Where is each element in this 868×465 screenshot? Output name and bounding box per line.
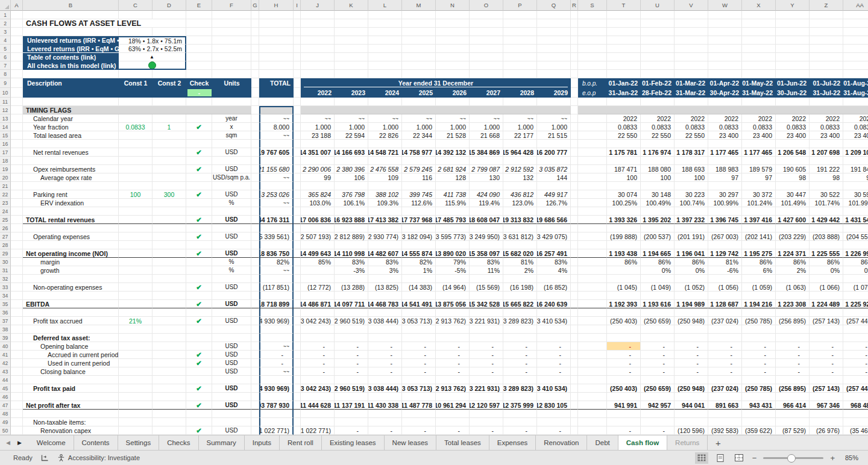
cell-Y22[interactable]: 30 447 (776, 190, 810, 199)
cell-I35[interactable] (294, 300, 301, 308)
cell-K8[interactable] (335, 70, 368, 78)
cell-D20[interactable] (153, 173, 186, 182)
cell-X22[interactable]: 30 372 (742, 190, 776, 199)
cell-U35[interactable]: 1 193 616 (641, 300, 675, 308)
cell-W23[interactable]: 100.99% (708, 199, 742, 207)
cell-W46[interactable] (708, 393, 742, 401)
cell-AA17[interactable]: 1 209 105 (843, 148, 868, 157)
cell-R41[interactable] (571, 351, 578, 359)
cell-S38[interactable] (578, 325, 607, 334)
cell-D43[interactable] (153, 367, 186, 376)
cell-AA31[interactable]: 0% (843, 266, 868, 275)
cell-A29[interactable] (11, 249, 23, 258)
cell-Y14[interactable]: 0.0833 (776, 123, 810, 131)
cell-G49[interactable] (251, 418, 259, 426)
cell-H47[interactable]: 93 787 930 (259, 401, 294, 410)
cell-E16[interactable] (186, 140, 212, 148)
cell-U32[interactable] (641, 275, 675, 283)
cell-Z46[interactable] (810, 393, 843, 401)
cell-N21[interactable] (436, 182, 470, 190)
cell-X43[interactable]: - (742, 367, 776, 376)
cell-Z19[interactable]: 191 222 (810, 165, 843, 173)
cell-Y28[interactable] (776, 241, 810, 249)
cell-T34[interactable] (607, 292, 641, 300)
cell-Q36[interactable] (537, 308, 571, 317)
cell-O7[interactable] (470, 61, 503, 70)
cell-M27[interactable]: (3 182 094) (402, 232, 436, 241)
cell-D34[interactable] (153, 292, 186, 300)
cell-S7[interactable] (578, 61, 607, 70)
cell-S6[interactable] (578, 53, 607, 61)
cell-P19[interactable]: 2 912 592 (503, 165, 537, 173)
cell-X25[interactable]: 1 397 416 (742, 216, 776, 224)
cell-S4[interactable] (578, 36, 607, 45)
cell-V31[interactable]: 0% (675, 266, 708, 275)
cell-N46[interactable] (436, 393, 470, 401)
cell-G15[interactable] (251, 131, 259, 140)
cell-K49[interactable] (335, 418, 368, 426)
cell-AA14[interactable]: 0.0833 (843, 123, 868, 131)
cell-Y40[interactable]: - (776, 342, 810, 351)
tab-existing-leases[interactable]: Existing leases (322, 435, 385, 450)
cell-V50[interactable]: (120 596) (675, 426, 708, 435)
cell-Z35[interactable]: 1 224 489 (810, 300, 843, 308)
cell-P13[interactable]: ~~ (503, 114, 537, 123)
cell-S34[interactable] (578, 292, 607, 300)
cell-G39[interactable] (251, 334, 259, 342)
cell-F50[interactable]: USD (212, 426, 251, 435)
cell-J12[interactable] (301, 106, 571, 114)
cell-V11[interactable] (675, 98, 708, 106)
cell-U45[interactable]: (250 659) (641, 384, 675, 393)
cell-R50[interactable] (571, 426, 578, 435)
cell-S20[interactable] (578, 173, 607, 182)
cell-AA38[interactable] (843, 325, 868, 334)
cell-Z2[interactable] (810, 19, 843, 28)
column-header-O[interactable]: O (470, 0, 503, 11)
cell-L28[interactable] (368, 241, 402, 249)
cell-E26[interactable] (186, 224, 212, 232)
cell-A46[interactable] (11, 393, 23, 401)
row-header-32[interactable]: 32 (0, 275, 11, 283)
cell-Y32[interactable] (776, 275, 810, 283)
cell-Z47[interactable]: 967 346 (810, 401, 843, 410)
cell-AA19[interactable]: 191 843 (843, 165, 868, 173)
cell-C8[interactable] (119, 70, 153, 78)
cell-M32[interactable] (402, 275, 436, 283)
cell-A23[interactable] (11, 199, 23, 207)
cell-K48[interactable] (335, 410, 368, 418)
cell-O17[interactable]: 15 384 869 (470, 148, 503, 157)
cell-K40[interactable]: - (335, 342, 368, 351)
cell-U44[interactable] (641, 376, 675, 384)
cell-D1[interactable] (153, 11, 186, 19)
cell-Q2[interactable] (537, 19, 571, 28)
cell-R18[interactable] (571, 157, 578, 165)
row-header-35[interactable]: 35 (0, 300, 11, 308)
cell-B8[interactable] (23, 70, 119, 78)
cell-A5[interactable] (11, 45, 23, 53)
cell-C20[interactable] (119, 173, 153, 182)
cell-T5[interactable] (607, 45, 641, 53)
cell-L41[interactable]: - (368, 351, 402, 359)
cell-K37[interactable]: (2 960 519) (335, 317, 368, 325)
cell-AA11[interactable] (843, 98, 868, 106)
cell-T31[interactable] (607, 266, 641, 275)
cell-A45[interactable] (11, 384, 23, 393)
cell-D19[interactable] (153, 165, 186, 173)
cell-S37[interactable] (578, 317, 607, 325)
cell-L38[interactable] (368, 325, 402, 334)
cell-A27[interactable] (11, 232, 23, 241)
cell-J21[interactable] (301, 182, 335, 190)
cell-A49[interactable] (11, 418, 23, 426)
row-header-44[interactable]: 44 (0, 376, 11, 384)
cell-S41[interactable] (578, 351, 607, 359)
cell-N18[interactable] (436, 157, 470, 165)
column-header-T[interactable]: T (607, 0, 641, 11)
cell-S25[interactable] (578, 216, 607, 224)
cell-W1[interactable] (708, 11, 742, 19)
row-header-13[interactable]: 13 (0, 114, 11, 123)
cell-Q30[interactable]: 83% (537, 258, 571, 266)
cell-F42[interactable]: USD (212, 359, 251, 367)
cell-A36[interactable] (11, 308, 23, 317)
cell-P31[interactable]: 2% (503, 266, 537, 275)
cell-D30[interactable] (153, 258, 186, 266)
